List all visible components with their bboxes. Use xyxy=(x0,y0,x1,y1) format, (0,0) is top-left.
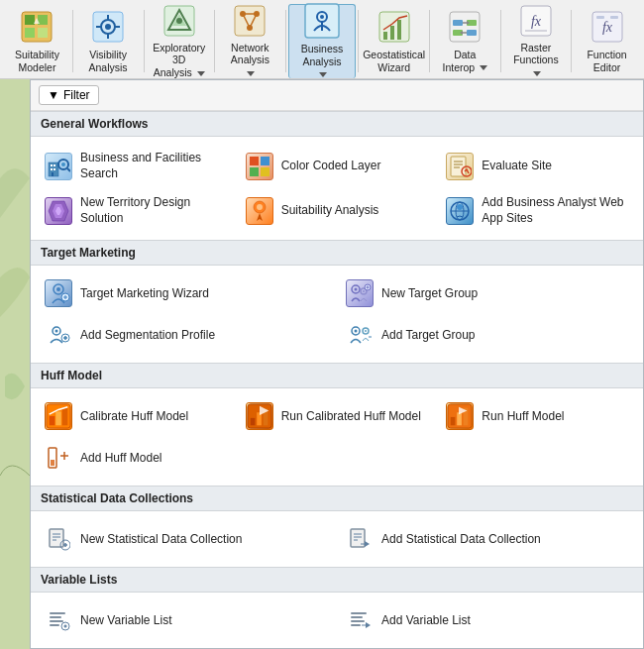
geostatistical-icon xyxy=(376,9,412,45)
target-wizard-label: Target Marketing Wizard xyxy=(80,286,209,302)
svg-rect-32 xyxy=(450,12,480,42)
add-target-icon xyxy=(346,321,374,349)
visibility-icon xyxy=(90,9,126,45)
menu-item-color-coded[interactable]: Color Coded Layer xyxy=(238,145,437,187)
seg-profile-icon xyxy=(45,321,72,349)
svg-point-84 xyxy=(363,290,365,292)
svg-rect-47 xyxy=(610,16,618,19)
section-header-variable: Variable Lists xyxy=(31,567,643,593)
run-huff-icon xyxy=(446,402,474,430)
sep7 xyxy=(500,10,501,72)
filter-label: Filter xyxy=(63,88,90,102)
menu-item-seg-profile[interactable]: Add Segmentation Profile xyxy=(37,315,336,355)
menu-item-calibrate-huff[interactable]: Calibrate Huff Model xyxy=(37,396,236,436)
data-interop-label: Data Interop xyxy=(440,49,490,73)
toolbar-raster[interactable]: fx Raster Functions xyxy=(502,4,569,78)
menu-item-run-huff[interactable]: Run Huff Model xyxy=(438,396,637,436)
svg-rect-116 xyxy=(50,529,63,547)
menu-item-add-target[interactable]: Add Target Group xyxy=(338,315,637,355)
svg-rect-132 xyxy=(50,624,59,626)
add-huff-icon xyxy=(45,444,72,472)
menu-item-new-var[interactable]: New Variable List xyxy=(37,600,336,640)
webapps-icon xyxy=(446,197,474,225)
seg-profile-label: Add Segmentation Profile xyxy=(80,328,215,344)
menu-item-add-var[interactable]: Add Variable List xyxy=(338,600,637,640)
sep6 xyxy=(429,10,430,72)
menu-item-webapps[interactable]: Add Business Analyst Web App Sites xyxy=(438,189,637,232)
main-panel: ▼ Filter General Workflows xyxy=(0,79,644,649)
toolbar-geostatistical[interactable]: Geostatistical Wizard xyxy=(361,4,427,78)
menu-item-suitability[interactable]: Suitability Analysis xyxy=(238,189,437,232)
menu-item-add-huff[interactable]: Add Huff Model xyxy=(37,438,236,478)
menu-item-add-stat[interactable]: Add Statistical Data Collection xyxy=(338,519,637,559)
raster-icon: fx xyxy=(518,4,554,38)
visibility-label: Visibility Analysis xyxy=(83,49,134,73)
svg-rect-38 xyxy=(467,30,477,36)
svg-rect-3 xyxy=(25,28,35,38)
svg-rect-51 xyxy=(54,164,55,166)
evaluate-icon xyxy=(446,153,474,180)
svg-point-96 xyxy=(365,330,367,332)
geostatistical-label: Geostatistical Wizard xyxy=(363,49,425,73)
business-icon xyxy=(304,3,340,39)
svg-rect-61 xyxy=(261,167,269,176)
toolbar-function-editor[interactable]: fx Function Editor xyxy=(574,4,640,78)
toolbar-network[interactable]: Network Analysis xyxy=(217,4,283,78)
toolbar-data-interop[interactable]: Data Interop xyxy=(432,4,498,78)
add-stat-label: Add Statistical Data Collection xyxy=(381,532,541,548)
svg-rect-52 xyxy=(51,168,53,170)
svg-rect-33 xyxy=(453,20,463,26)
menu-item-target-wizard[interactable]: Target Marketing Wizard xyxy=(37,273,336,313)
sep3 xyxy=(214,10,215,72)
territory-label: New Territory Design Solution xyxy=(80,195,228,226)
svg-point-26 xyxy=(320,15,324,19)
menu-item-run-calibrated[interactable]: Run Calibrated Huff Model xyxy=(238,396,437,436)
filter-button[interactable]: ▼ Filter xyxy=(39,85,99,105)
territory-icon xyxy=(45,197,72,225)
section-header-general: General Workflows xyxy=(31,111,643,137)
toolbar-visibility[interactable]: Visibility Analysis xyxy=(75,4,142,78)
function-editor-icon: fx xyxy=(590,9,625,45)
calibrate-huff-icon xyxy=(45,402,72,430)
toolbar-exploratory[interactable]: Exploratory 3D Analysis xyxy=(146,4,212,78)
svg-rect-54 xyxy=(52,172,54,176)
svg-rect-48 xyxy=(0,79,30,649)
run-calibrated-label: Run Calibrated Huff Model xyxy=(281,409,421,425)
business-label: Business Analysis xyxy=(297,43,348,80)
webapps-label: Add Business Analyst Web App Sites xyxy=(482,195,629,226)
map-background xyxy=(0,79,30,649)
svg-rect-46 xyxy=(596,16,604,19)
svg-rect-60 xyxy=(250,167,259,176)
toolbar-suitability[interactable]: Suitability Modeler xyxy=(4,4,70,78)
svg-rect-113 xyxy=(51,460,54,466)
svg-rect-103 xyxy=(250,418,255,425)
huff-model-grid: Calibrate Huff Model Run Calibrated Huff… xyxy=(31,388,643,486)
svg-rect-50 xyxy=(51,164,53,166)
network-icon xyxy=(232,4,268,38)
svg-rect-1 xyxy=(25,15,35,25)
calibrate-huff-label: Calibrate Huff Model xyxy=(80,409,188,425)
svg-point-89 xyxy=(55,330,58,333)
svg-rect-136 xyxy=(351,612,367,614)
svg-point-75 xyxy=(457,204,463,210)
svg-rect-17 xyxy=(235,6,265,36)
suitability-label: Suitability Modeler xyxy=(12,49,62,73)
svg-point-82 xyxy=(355,288,358,291)
menu-item-new-target[interactable]: New Target Group xyxy=(338,273,637,313)
menu-item-territory[interactable]: New Territory Design Solution xyxy=(37,189,236,232)
general-workflows-grid: Business and Facilities Search Color Cod… xyxy=(31,137,643,240)
add-var-icon xyxy=(346,606,374,634)
svg-point-71 xyxy=(257,204,263,210)
menu-item-evaluate[interactable]: Evaluate Site xyxy=(438,145,637,187)
toolbar-business[interactable]: Business Analysis xyxy=(288,4,357,78)
section-header-huff: Huff Model xyxy=(31,363,643,388)
svg-marker-140 xyxy=(366,622,371,628)
variable-grid: New Variable List Add Variable List xyxy=(31,593,643,648)
svg-point-16 xyxy=(176,18,182,24)
svg-rect-30 xyxy=(390,26,394,40)
svg-rect-101 xyxy=(62,408,68,426)
menu-item-new-stat[interactable]: New Statistical Data Collection xyxy=(37,519,336,559)
svg-point-8 xyxy=(105,24,111,30)
svg-rect-108 xyxy=(451,417,456,425)
menu-item-biz-search[interactable]: Business and Facilities Search xyxy=(37,145,236,187)
